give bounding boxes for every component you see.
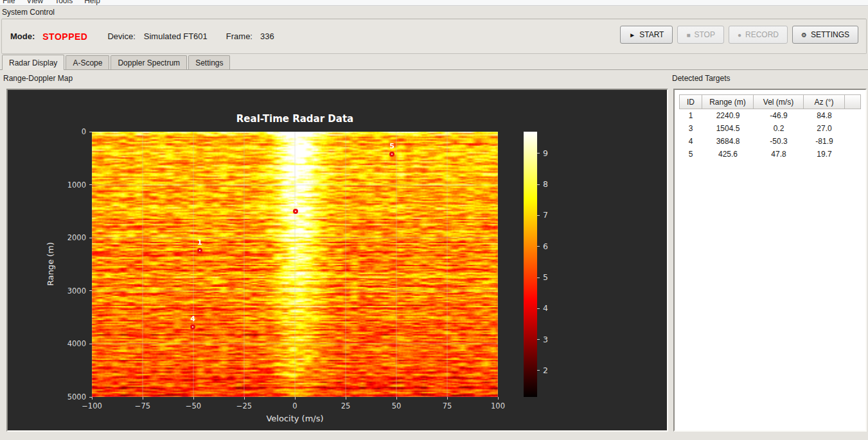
x-tick-label: −75 <box>127 401 159 410</box>
table-row[interactable]: 31504.50.227.0 <box>679 122 861 135</box>
target-marker <box>293 209 298 214</box>
table-header-row: IDRange (m)Vel (m/s)Az (°) <box>679 94 861 109</box>
tab-bar: Radar Display A-Scope Doppler Spectrum S… <box>0 55 868 70</box>
y-tick-label: 3000 <box>31 286 86 295</box>
x-tick-mark <box>346 397 346 400</box>
mode-label: Mode: <box>10 31 35 41</box>
colorbar-tick-mark <box>537 277 540 278</box>
menu-view[interactable]: View <box>26 0 43 5</box>
x-tick-label: 25 <box>330 401 362 410</box>
x-tick-mark <box>143 397 143 400</box>
tab-radar-display[interactable]: Radar Display <box>2 55 64 70</box>
colorbar-tick-label: 3 <box>543 335 548 344</box>
colorbar-tick-mark <box>537 153 540 154</box>
range-doppler-heatmap <box>92 132 498 397</box>
target-id-label: 3 <box>293 199 298 207</box>
table-column-header[interactable]: ID <box>679 94 702 109</box>
table-column-header[interactable]: Az (°) <box>804 94 845 109</box>
target-marker <box>197 248 202 253</box>
table-cell: 0.2 <box>754 122 804 135</box>
x-tick-mark <box>295 397 296 400</box>
tab-a-scope[interactable]: A-Scope <box>66 55 109 69</box>
y-tick-mark <box>89 344 92 344</box>
table-cell: 3684.8 <box>702 135 754 148</box>
stop-button[interactable]: ■ STOP <box>677 26 724 44</box>
table-row[interactable]: 43684.8-50.3-81.9 <box>679 135 861 148</box>
table-cell: 84.8 <box>804 109 845 122</box>
target-id-label: 5 <box>389 142 394 150</box>
colorbar-tick-label: 5 <box>543 272 548 282</box>
y-tick-label: 2000 <box>31 233 86 242</box>
y-tick-label: 0 <box>31 127 86 136</box>
x-tick-label: −100 <box>76 401 108 410</box>
table-cell: 47.8 <box>754 148 804 161</box>
colorbar-tick-label: 9 <box>543 148 548 158</box>
x-tick-label: −25 <box>228 401 260 410</box>
table-cell: 3 <box>679 122 702 135</box>
table-cell: -46.9 <box>754 109 804 122</box>
colorbar-tick-label: 7 <box>543 210 548 220</box>
colorbar-tick-mark <box>537 339 540 340</box>
menu-help[interactable]: Help <box>84 0 100 5</box>
play-icon: ► <box>629 31 635 39</box>
menu-tools[interactable]: Tools <box>55 0 73 5</box>
frame-label: Frame: <box>226 31 252 41</box>
colorbar-tick-mark <box>537 184 540 185</box>
table-cell: 19.7 <box>804 148 845 161</box>
target-marker <box>389 152 394 157</box>
table-row[interactable]: 12240.9-46.984.8 <box>679 109 861 122</box>
table-row[interactable]: 5425.647.819.7 <box>679 148 861 161</box>
table-cell: -81.9 <box>804 135 845 148</box>
table-cell: 425.6 <box>702 148 754 161</box>
detected-targets-label: Detected Targets <box>672 74 731 83</box>
device-label: Device: <box>107 31 135 41</box>
target-id-label: 1 <box>197 238 202 247</box>
colorbar-tick-mark <box>537 308 540 309</box>
detected-targets-panel: IDRange (m)Vel (m/s)Az (°) 12240.9-46.98… <box>673 89 867 432</box>
y-tick-label: 1000 <box>31 180 86 189</box>
colorbar-tick-mark <box>537 370 540 371</box>
table-column-header[interactable]: Vel (m/s) <box>754 94 804 109</box>
menu-file[interactable]: File <box>3 0 15 5</box>
x-tick-label: 0 <box>279 401 311 410</box>
colorbar-tick-label: 2 <box>543 365 548 375</box>
range-doppler-map-label: Range-Doppler Map <box>3 74 73 83</box>
x-tick-mark <box>447 397 448 400</box>
table-column-header[interactable]: Range (m) <box>702 94 754 109</box>
system-control-group-label: System Control <box>2 8 55 17</box>
control-buttons: ► START ■ STOP ● RECORD ⚙ SETTINGS <box>620 26 858 44</box>
y-axis-label: Range (m) <box>46 242 55 286</box>
table-cell: 1504.5 <box>702 122 754 135</box>
x-tick-mark <box>244 397 245 400</box>
table-cell: 2240.9 <box>702 109 754 122</box>
y-tick-mark <box>89 290 92 291</box>
tab-settings[interactable]: Settings <box>188 55 230 69</box>
table-cell: 1 <box>679 109 702 122</box>
y-tick-mark <box>89 397 92 398</box>
mode-value: STOPPED <box>42 31 87 42</box>
target-marker <box>190 324 195 330</box>
x-tick-label: −50 <box>177 401 209 410</box>
stop-icon: ■ <box>686 31 690 39</box>
colorbar <box>524 132 537 397</box>
gear-icon: ⚙ <box>801 31 807 39</box>
detected-targets-table: IDRange (m)Vel (m/s)Az (°) 12240.9-46.98… <box>679 94 861 161</box>
x-tick-label: 50 <box>380 401 412 410</box>
y-tick-label: 4000 <box>31 339 86 348</box>
record-button[interactable]: ● RECORD <box>729 26 788 44</box>
record-icon: ● <box>738 31 741 39</box>
x-tick-mark <box>498 397 499 400</box>
colorbar-tick-mark <box>537 215 540 216</box>
frame-counter: 336 <box>260 31 274 41</box>
y-tick-mark <box>89 184 92 185</box>
colorbar-tick-mark <box>537 246 540 247</box>
table-cell: 5 <box>679 148 702 161</box>
colorbar-tick-label: 8 <box>543 179 548 189</box>
menu-bar: File View Tools Help <box>0 0 868 6</box>
range-doppler-plot-panel: Real-Time Radar Data Velocity (m/s) Rang… <box>6 89 668 432</box>
x-tick-mark <box>193 397 194 400</box>
tab-doppler-spectrum[interactable]: Doppler Spectrum <box>111 55 187 69</box>
settings-button[interactable]: ⚙ SETTINGS <box>792 26 858 44</box>
start-button[interactable]: ► START <box>620 26 673 44</box>
x-axis-label: Velocity (m/s) <box>92 414 498 423</box>
